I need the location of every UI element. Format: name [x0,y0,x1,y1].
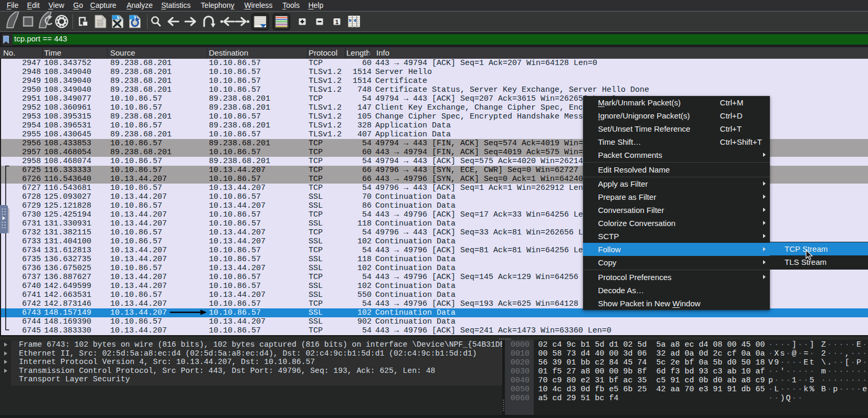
svg-text:0111: 0111 [97,24,103,27]
svg-text:1: 1 [335,19,339,25]
